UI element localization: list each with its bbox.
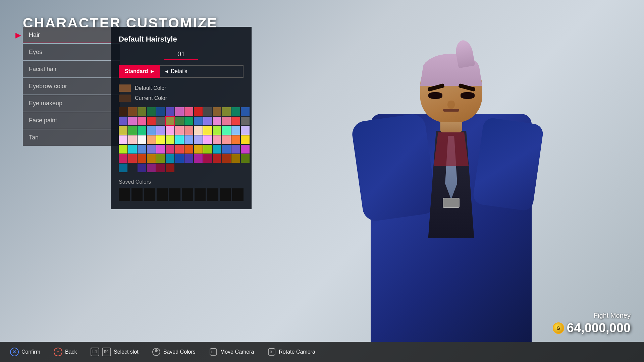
- color-cell[interactable]: [194, 126, 203, 135]
- color-cell[interactable]: [156, 145, 165, 154]
- color-cell[interactable]: [222, 145, 231, 154]
- color-cell[interactable]: [213, 117, 221, 125]
- color-cell[interactable]: [156, 117, 165, 125]
- color-cell[interactable]: [184, 126, 193, 135]
- sidebar-item-facial-hair[interactable]: Facial hair: [23, 61, 120, 77]
- color-cell[interactable]: [175, 135, 184, 144]
- color-cell[interactable]: [128, 164, 137, 172]
- color-cell[interactable]: [166, 145, 174, 154]
- color-cell[interactable]: [231, 135, 240, 144]
- color-cell[interactable]: [241, 135, 250, 144]
- color-cell[interactable]: [175, 154, 184, 163]
- color-cell[interactable]: [241, 107, 250, 116]
- color-cell[interactable]: [147, 117, 156, 125]
- saved-color-slot[interactable]: [195, 188, 206, 201]
- saved-color-slot[interactable]: [220, 188, 231, 201]
- color-cell[interactable]: [175, 107, 184, 116]
- saved-colors-button[interactable]: Saved Colors: [152, 348, 196, 356]
- saved-color-slot[interactable]: [119, 188, 130, 201]
- color-cell[interactable]: [231, 126, 240, 135]
- saved-color-slot[interactable]: [169, 188, 180, 201]
- color-cell[interactable]: [147, 154, 156, 163]
- color-cell[interactable]: [194, 154, 203, 163]
- color-cell[interactable]: [166, 154, 174, 163]
- sidebar-item-tan[interactable]: Tan: [23, 129, 120, 146]
- color-cell[interactable]: [175, 145, 184, 154]
- color-cell[interactable]: [119, 154, 127, 163]
- color-cell[interactable]: [138, 126, 146, 135]
- color-cell[interactable]: [128, 126, 137, 135]
- color-cell[interactable]: [222, 135, 231, 144]
- select-slot-button[interactable]: L1 R1 Select slot: [91, 348, 139, 356]
- color-cell[interactable]: [203, 135, 212, 144]
- color-cell[interactable]: [166, 117, 174, 125]
- color-cell[interactable]: [166, 164, 174, 172]
- color-cell[interactable]: [184, 135, 193, 144]
- color-cell[interactable]: [203, 126, 212, 135]
- color-cell[interactable]: [156, 154, 165, 163]
- color-cell[interactable]: [241, 117, 250, 125]
- saved-color-slot[interactable]: [207, 188, 218, 201]
- color-cell[interactable]: [213, 135, 221, 144]
- color-cell[interactable]: [138, 154, 146, 163]
- sidebar-item-face-paint[interactable]: Face paint: [23, 112, 120, 129]
- tab-details[interactable]: ◀ Details: [160, 65, 244, 78]
- color-cell[interactable]: [203, 117, 212, 125]
- color-cell[interactable]: [194, 135, 203, 144]
- color-cell[interactable]: [175, 117, 184, 125]
- color-cell[interactable]: [147, 126, 156, 135]
- saved-color-slot[interactable]: [182, 188, 193, 201]
- color-cell[interactable]: [166, 126, 174, 135]
- color-cell[interactable]: [119, 107, 127, 116]
- rotate-camera-button[interactable]: R Rotate Camera: [267, 348, 315, 356]
- color-cell[interactable]: [138, 135, 146, 144]
- color-cell[interactable]: [119, 126, 127, 135]
- color-cell[interactable]: [203, 145, 212, 154]
- color-cell[interactable]: [222, 126, 231, 135]
- color-cell[interactable]: [222, 107, 231, 116]
- back-button[interactable]: ○ Back: [54, 348, 77, 356]
- color-cell[interactable]: [156, 164, 165, 172]
- color-cell[interactable]: [119, 117, 127, 125]
- color-cell[interactable]: [231, 117, 240, 125]
- color-cell[interactable]: [194, 117, 203, 125]
- confirm-button[interactable]: ✕ Confirm: [10, 348, 40, 356]
- color-cell[interactable]: [147, 164, 156, 172]
- color-cell[interactable]: [231, 145, 240, 154]
- color-cell[interactable]: [222, 117, 231, 125]
- color-cell[interactable]: [128, 154, 137, 163]
- color-cell[interactable]: [147, 135, 156, 144]
- color-cell[interactable]: [128, 107, 137, 116]
- sidebar-item-eyebrow-color[interactable]: Eyebrow color: [23, 78, 120, 95]
- color-cell[interactable]: [203, 154, 212, 163]
- saved-color-slot[interactable]: [131, 188, 143, 201]
- color-cell[interactable]: [138, 145, 146, 154]
- color-cell[interactable]: [213, 126, 221, 135]
- sidebar-item-eye-makeup[interactable]: Eye makeup: [23, 95, 120, 112]
- saved-color-slot[interactable]: [144, 188, 155, 201]
- sidebar-item-eyes[interactable]: Eyes: [23, 44, 120, 60]
- color-cell[interactable]: [184, 117, 193, 125]
- color-cell[interactable]: [241, 154, 250, 163]
- color-cell[interactable]: [222, 154, 231, 163]
- move-camera-button[interactable]: L Move Camera: [209, 348, 254, 356]
- color-cell[interactable]: [213, 107, 221, 116]
- color-cell[interactable]: [119, 164, 127, 172]
- color-cell[interactable]: [119, 145, 127, 154]
- color-cell[interactable]: [241, 145, 250, 154]
- color-cell[interactable]: [156, 126, 165, 135]
- color-cell[interactable]: [213, 154, 221, 163]
- tab-standard[interactable]: Standard ▶: [119, 65, 160, 78]
- color-cell[interactable]: [138, 107, 146, 116]
- saved-color-slot[interactable]: [157, 188, 168, 201]
- color-cell[interactable]: [231, 107, 240, 116]
- color-cell[interactable]: [166, 107, 174, 116]
- color-cell[interactable]: [194, 145, 203, 154]
- color-cell[interactable]: [166, 135, 174, 144]
- color-cell[interactable]: [231, 154, 240, 163]
- saved-color-slot[interactable]: [232, 188, 244, 201]
- color-cell[interactable]: [147, 107, 156, 116]
- color-cell[interactable]: [156, 135, 165, 144]
- color-cell[interactable]: [156, 107, 165, 116]
- color-cell[interactable]: [138, 164, 146, 172]
